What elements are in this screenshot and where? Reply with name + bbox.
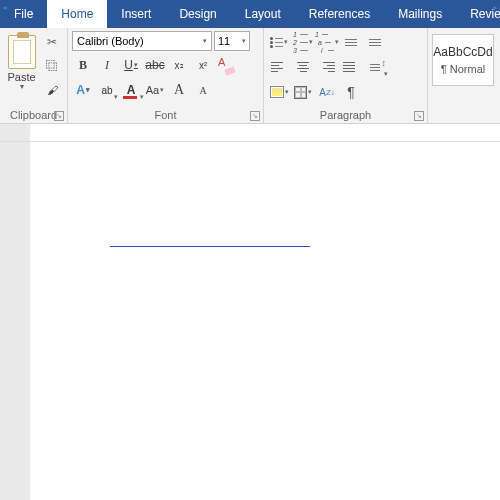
- sort-button[interactable]: [316, 81, 338, 103]
- group-styles: AaBbCcDd ¶ Normal: [428, 28, 500, 123]
- multilevel-list-button[interactable]: 1ai▾: [316, 31, 338, 53]
- font-color-button[interactable]: ▾: [120, 79, 142, 101]
- cut-button[interactable]: [41, 31, 63, 53]
- numbering-button[interactable]: 123▾: [292, 31, 314, 53]
- style-name: ¶ Normal: [441, 63, 485, 75]
- align-left-button[interactable]: [268, 56, 290, 78]
- horizontal-line-shape[interactable]: [110, 246, 310, 247]
- font-name-value: Calibri (Body): [77, 35, 144, 47]
- paste-button[interactable]: Paste ▼: [4, 31, 39, 90]
- tab-references[interactable]: References: [295, 0, 384, 28]
- superscript-button[interactable]: x: [192, 54, 214, 76]
- group-label-styles: [428, 121, 500, 123]
- bullets-button[interactable]: ▾: [268, 31, 290, 53]
- shading-button[interactable]: ▾: [268, 81, 290, 103]
- ribbon-tabs: File Home Insert Design Layout Reference…: [0, 0, 500, 28]
- grow-font-button[interactable]: A: [168, 79, 190, 101]
- group-label-font: Font ↘: [68, 109, 263, 123]
- group-paragraph: ▾ 123▾ 1ai▾ ▾ ▾ ▾ ¶: [264, 28, 428, 123]
- italic-button[interactable]: I: [96, 54, 118, 76]
- tab-mailings[interactable]: Mailings: [384, 0, 456, 28]
- copy-button[interactable]: [41, 55, 63, 77]
- underline-button[interactable]: U▾: [120, 54, 142, 76]
- font-size-combo[interactable]: 11 ▾: [214, 31, 250, 51]
- decrease-indent-button[interactable]: [340, 31, 362, 53]
- group-font: Calibri (Body) ▾ 11 ▾ B I U▾ abc x x: [68, 28, 264, 123]
- format-painter-button[interactable]: [41, 79, 63, 101]
- align-right-button[interactable]: [316, 56, 338, 78]
- subscript-button[interactable]: x: [168, 54, 190, 76]
- shrink-font-button[interactable]: A: [192, 79, 214, 101]
- font-size-value: 11: [218, 35, 230, 47]
- group-label-paragraph: Paragraph ↘: [264, 109, 427, 123]
- font-name-combo[interactable]: Calibri (Body) ▾: [72, 31, 212, 51]
- justify-button[interactable]: [340, 56, 362, 78]
- increase-indent-button[interactable]: [364, 31, 386, 53]
- chevron-down-icon: ▾: [242, 37, 246, 45]
- ribbon: Paste ▼ Clipboard ↘ Calibri (Body) ▾: [0, 28, 500, 124]
- strikethrough-button[interactable]: abc: [144, 54, 166, 76]
- align-center-button[interactable]: [292, 56, 314, 78]
- tab-insert[interactable]: Insert: [107, 0, 165, 28]
- highlight-button[interactable]: ▾: [96, 79, 118, 101]
- tab-home[interactable]: Home: [47, 0, 107, 28]
- text-effects-button[interactable]: A▾: [72, 79, 94, 101]
- show-hide-button[interactable]: ¶: [340, 81, 362, 103]
- chevron-down-icon: ▾: [203, 37, 207, 45]
- change-case-button[interactable]: Aa▾: [144, 79, 166, 101]
- style-normal[interactable]: AaBbCcDd ¶ Normal: [432, 34, 494, 86]
- clipboard-icon: [8, 35, 36, 69]
- paragraph-dialog-launcher[interactable]: ↘: [414, 111, 424, 121]
- clear-formatting-button[interactable]: [216, 55, 236, 75]
- paste-label: Paste: [7, 71, 35, 83]
- borders-button[interactable]: ▾: [292, 81, 314, 103]
- line-spacing-button[interactable]: ▾: [364, 56, 386, 78]
- group-label-clipboard: Clipboard ↘: [0, 109, 67, 123]
- tab-design[interactable]: Design: [165, 0, 230, 28]
- chevron-down-icon: ▼: [19, 83, 26, 90]
- font-dialog-launcher[interactable]: ↘: [250, 111, 260, 121]
- document-page[interactable]: [0, 142, 500, 500]
- clipboard-dialog-launcher[interactable]: ↘: [54, 111, 64, 121]
- style-sample: AaBbCcDd: [433, 45, 492, 59]
- group-clipboard: Paste ▼ Clipboard ↘: [0, 28, 68, 123]
- tab-layout[interactable]: Layout: [231, 0, 295, 28]
- horizontal-ruler[interactable]: [0, 124, 500, 142]
- bold-button[interactable]: B: [72, 54, 94, 76]
